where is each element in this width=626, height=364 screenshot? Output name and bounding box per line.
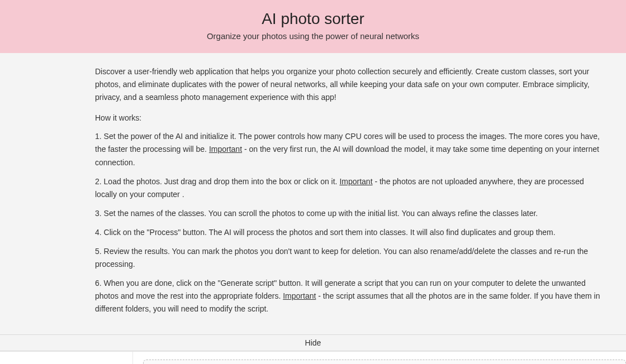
sidebar-title: AI setup — [10, 362, 122, 365]
intro-section: Discover a user-friendly web application… — [0, 53, 626, 334]
instruction-step: Review the results. You can mark the pho… — [95, 245, 604, 271]
ai-setup-sidebar: AI setup Select power ? 1 4 Initialize S… — [0, 352, 133, 365]
instructions-list: Set the power of the AI and initialize i… — [95, 130, 604, 315]
important-word: Important — [339, 177, 372, 186]
how-it-works-title: How it works: — [95, 112, 604, 124]
hide-intro-button[interactable]: Hide — [0, 334, 626, 351]
step-text: Load the photos. Just drag and drop them… — [104, 177, 340, 186]
instruction-step: Set the power of the AI and initialize i… — [95, 130, 604, 169]
instruction-step: Set the names of the classes. You can sc… — [95, 207, 604, 220]
workspace: AI setup Select power ? 1 4 Initialize S… — [0, 351, 626, 365]
important-word: Important — [283, 291, 316, 300]
app-header: AI photo sorter Organize your photos usi… — [0, 0, 626, 53]
instruction-step: When you are done, click on the "Generat… — [95, 277, 604, 315]
intro-paragraph: Discover a user-friendly web application… — [95, 65, 604, 104]
instruction-step: Click on the "Process" button. The AI wi… — [95, 226, 604, 239]
important-word: Important — [209, 145, 242, 154]
app-title: AI photo sorter — [0, 10, 626, 28]
app-subtitle: Organize your photos using the power of … — [0, 31, 626, 41]
instruction-step: Load the photos. Just drag and drop them… — [95, 175, 604, 201]
file-dropzone[interactable]: + Click or drag and drop files here — [143, 360, 626, 365]
main-area: + Click or drag and drop files here — [133, 352, 626, 365]
